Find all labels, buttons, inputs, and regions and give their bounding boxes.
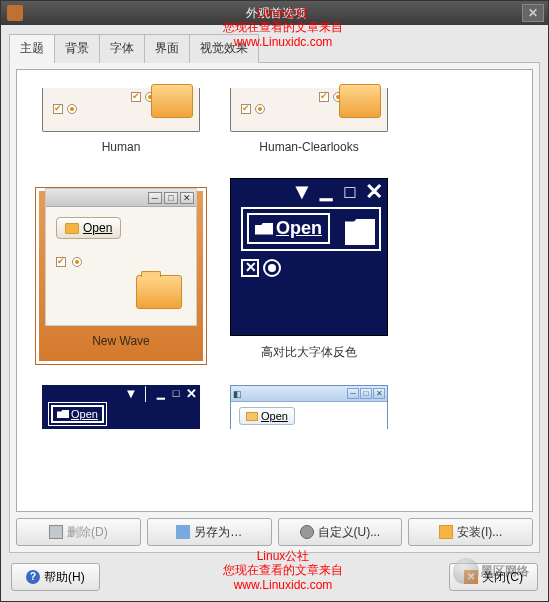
open-button-preview: Open	[239, 407, 295, 425]
radio-icon	[333, 92, 343, 102]
button-label: 帮助(H)	[44, 569, 85, 586]
close-button[interactable]: ✕ 关闭(C)	[449, 563, 538, 591]
theme-preview: ▼ ▁ □ ✕ Open	[230, 178, 388, 336]
button-label: 关闭(C)	[482, 569, 523, 586]
preview-panel: Open	[48, 402, 107, 426]
appearance-preferences-window: 外观首选项 ✕ 主题 背景 字体 界面 视觉效果	[0, 0, 549, 602]
radio-icon	[72, 257, 82, 267]
radio-icon	[255, 104, 265, 114]
close-icon: ✕	[363, 183, 385, 203]
preview-panel: Open	[241, 207, 381, 251]
open-label: Open	[83, 221, 112, 235]
tab-visual-effects[interactable]: 视觉效果	[189, 34, 259, 63]
theme-preview	[230, 88, 388, 132]
theme-toolbar: 删除(D) 另存为… 自定义(U)... 安装(I)...	[16, 518, 533, 546]
checkbox-icon	[56, 257, 66, 267]
preview-body: Open	[46, 207, 196, 325]
close-icon: ✕	[373, 388, 385, 399]
app-icon	[7, 5, 23, 21]
tab-label: 界面	[155, 41, 179, 55]
tab-fonts[interactable]: 字体	[99, 34, 145, 63]
minimize-icon: ─	[347, 388, 359, 399]
button-label: 另存为…	[194, 524, 242, 541]
menu-icon: ▼	[124, 388, 138, 400]
window-title: 外观首选项	[29, 5, 522, 22]
folder-icon	[255, 223, 273, 235]
theme-item-human[interactable]: Human	[41, 88, 201, 154]
open-button-preview: Open	[56, 217, 121, 239]
button-label: 安装(I)...	[457, 524, 502, 541]
open-label: Open	[71, 408, 98, 420]
customize-button[interactable]: 自定义(U)...	[278, 518, 403, 546]
titlebar[interactable]: 外观首选项 ✕	[1, 1, 548, 25]
delete-icon	[49, 525, 63, 539]
theme-label: New Wave	[92, 334, 150, 348]
install-icon	[439, 525, 453, 539]
radio-icon	[145, 92, 155, 102]
preview-titlebar: ◧ ─ □ ✕	[231, 386, 387, 402]
preview-body: Open	[231, 402, 387, 429]
tab-label: 字体	[110, 41, 134, 55]
indicators	[231, 255, 387, 281]
theme-item-human-clearlooks[interactable]: Human-Clearlooks	[229, 88, 389, 154]
theme-label: 高对比大字体反色	[261, 344, 357, 361]
theme-preview: ▼ │ ▁ □ ✕ Open	[42, 385, 200, 429]
theme-label: Human	[102, 140, 141, 154]
minimize-icon: ▁	[315, 183, 337, 203]
radio-icon	[263, 259, 281, 277]
preview-titlebar: ▼ │ ▁ □ ✕	[42, 385, 200, 401]
tab-bar: 主题 背景 字体 界面 视觉效果	[9, 34, 540, 63]
tab-interface[interactable]: 界面	[144, 34, 190, 63]
window-close-button[interactable]: ✕	[522, 4, 544, 22]
tab-content: Human Human-Clearlooks	[9, 62, 540, 553]
folder-icon	[57, 410, 69, 418]
preview-titlebar: ▼ ▁ □ ✕	[231, 179, 387, 205]
minimize-icon: ─	[148, 192, 162, 204]
open-label: Open	[276, 218, 322, 239]
theme-item-new-wave[interactable]: ─ □ ✕ Open	[41, 178, 201, 361]
maximize-icon: □	[164, 192, 178, 204]
preview-titlebar: ─ □ ✕	[46, 189, 196, 207]
delete-button[interactable]: 删除(D)	[16, 518, 141, 546]
button-label: 删除(D)	[67, 524, 108, 541]
tab-background[interactable]: 背景	[54, 34, 100, 63]
checkbox-icon	[131, 92, 141, 102]
folder-icon	[345, 219, 375, 245]
tab-theme[interactable]: 主题	[9, 34, 55, 63]
sep-icon: │	[139, 388, 153, 400]
close-icon: ✕	[180, 192, 194, 204]
maximize-icon: □	[169, 388, 183, 400]
theme-item-5[interactable]: ▼ │ ▁ □ ✕ Open	[41, 385, 201, 429]
folder-icon	[246, 412, 258, 421]
checkbox-icon	[53, 104, 63, 114]
minimize-icon: ▁	[154, 388, 168, 400]
open-label: Open	[261, 410, 288, 422]
close-icon: ✕	[528, 6, 538, 20]
close-icon: ✕	[464, 570, 478, 584]
close-icon: ✕	[184, 388, 198, 400]
window-body: 主题 背景 字体 界面 视觉效果	[1, 25, 548, 601]
folder-icon	[65, 223, 79, 234]
checkbox-icon	[241, 104, 251, 114]
save-as-button[interactable]: 另存为…	[147, 518, 272, 546]
dialog-footer: ? 帮助(H) ✕ 关闭(C)	[9, 563, 540, 593]
indicators	[241, 104, 265, 114]
theme-item-high-contrast-inverse[interactable]: ▼ ▁ □ ✕ Open	[229, 178, 389, 361]
maximize-icon: □	[360, 388, 372, 399]
checkbox-icon	[319, 92, 329, 102]
install-button[interactable]: 安装(I)...	[408, 518, 533, 546]
indicators	[131, 92, 155, 102]
folder-icon	[136, 275, 182, 309]
tab-label: 主题	[20, 41, 44, 55]
menu-icon: ▼	[291, 183, 313, 203]
theme-item-6[interactable]: ◧ ─ □ ✕ Open	[229, 385, 389, 429]
theme-label: Human-Clearlooks	[259, 140, 358, 154]
preview-title-icon: ◧	[233, 389, 242, 399]
help-button[interactable]: ? 帮助(H)	[11, 563, 100, 591]
maximize-icon: □	[339, 183, 361, 203]
tab-label: 视觉效果	[200, 41, 248, 55]
indicators	[53, 104, 77, 114]
radio-icon	[67, 104, 77, 114]
indicators	[319, 92, 343, 102]
theme-list[interactable]: Human Human-Clearlooks	[16, 69, 533, 512]
